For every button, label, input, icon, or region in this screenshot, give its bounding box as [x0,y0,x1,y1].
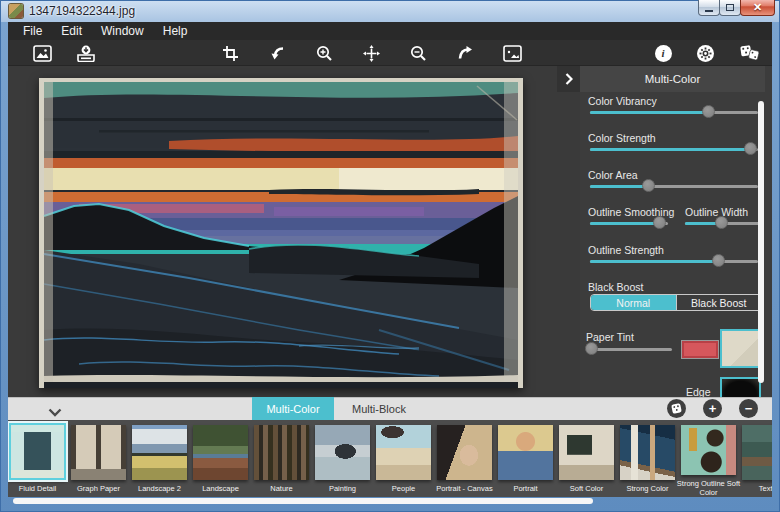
panel-header: Multi-Color [580,66,765,92]
minus-icon: − [745,402,753,415]
menu-edit[interactable]: Edit [61,24,82,38]
color-vibrancy-slider[interactable] [590,105,758,119]
thumbnails-zoom-in-button[interactable]: + [703,399,722,418]
app-window: 1347194322344.jpg ✕ File Edit Window Hel… [0,0,780,512]
pan-button[interactable] [361,43,381,63]
menubar: File Edit Window Help [8,22,772,40]
style-item-fluid-detail[interactable]: Fluid Detail [10,425,65,497]
edited-image[interactable] [39,78,523,388]
menu-file[interactable]: File [23,24,42,38]
style-thumbnail[interactable] [559,425,614,480]
style-item-painting[interactable]: Painting [315,425,370,497]
style-item-nature[interactable]: Nature [254,425,309,497]
color-strength-slider[interactable] [590,142,758,156]
info-button[interactable]: i [653,43,673,63]
paper-tint-color-swatch[interactable] [682,341,718,358]
style-thumbnail[interactable] [498,425,553,480]
die-icon [671,403,682,414]
tab-multi-color[interactable]: Multi-Color [252,397,334,420]
redo-button[interactable] [455,43,475,63]
style-thumbnail[interactable] [71,425,126,480]
save-image-button[interactable] [76,43,96,63]
style-thumbnail[interactable] [254,425,309,480]
app-icon [9,4,23,18]
paper-tint-slider[interactable] [590,342,672,356]
close-button[interactable]: ✕ [740,0,775,16]
style-item-portrait-canvas[interactable]: Portrait - Canvas [437,425,492,497]
settings-button[interactable] [695,43,715,63]
slider-thumb[interactable] [642,179,655,192]
collapse-gallery-button[interactable] [48,403,62,421]
gear-icon [697,45,714,62]
style-item-landscape[interactable]: Landscape [193,425,248,497]
undo-button[interactable] [267,43,287,63]
style-thumbnail[interactable] [681,425,736,475]
window-title: 1347194322344.jpg [29,4,135,18]
maximize-icon [726,4,734,11]
panel-title: Multi-Color [645,73,701,85]
style-gallery: Fluid Detail Graph Paper Landscape 2 Lan… [8,420,772,497]
menu-window[interactable]: Window [101,24,144,38]
style-item-strong-outline-soft-color[interactable]: Strong Outline Soft Color [681,425,736,497]
black-boost-option-normal[interactable]: Normal [591,295,676,310]
toolbar: i [8,40,772,66]
color-area-slider[interactable] [590,179,758,193]
style-thumbnail[interactable] [315,425,370,480]
black-boost-toggle: Normal Black Boost [590,294,762,311]
tab-multi-block[interactable]: Multi-Block [336,397,422,420]
black-boost-label: Black Boost [588,281,643,293]
minimize-icon [705,10,713,12]
style-item-textile[interactable]: Textile [742,425,772,497]
show-original-button[interactable] [502,43,522,63]
outline-strength-slider[interactable] [590,254,758,268]
slider-thumb[interactable] [653,216,666,229]
random-style-button[interactable] [667,399,686,418]
open-image-button[interactable] [32,43,52,63]
titlebar[interactable]: 1347194322344.jpg ✕ [0,0,780,22]
slider-thumb[interactable] [585,342,598,355]
style-item-landscape-2[interactable]: Landscape 2 [132,425,187,497]
paper-texture-thumbnail[interactable] [720,329,761,368]
menu-help[interactable]: Help [163,24,188,38]
style-item-soft-color[interactable]: Soft Color [559,425,614,497]
style-thumbnail[interactable] [437,425,492,480]
style-item-graph-paper[interactable]: Graph Paper [71,425,126,497]
style-thumbnail[interactable] [9,423,66,480]
style-thumbnail[interactable] [742,425,772,480]
chevron-right-icon [565,73,573,85]
dice-icon [740,44,760,62]
style-item-people[interactable]: People [376,425,431,497]
outline-width-slider[interactable] [685,216,761,230]
info-icon: i [655,45,672,62]
crop-button[interactable] [220,43,240,63]
minimize-button[interactable] [698,0,720,16]
zoom-in-button[interactable] [314,43,334,63]
randomize-button[interactable] [740,43,760,63]
gallery-scrollbar[interactable] [13,498,593,504]
panel-collapse-button[interactable] [557,66,580,92]
outline-smoothing-slider[interactable] [590,216,668,230]
plus-icon: + [709,402,717,415]
style-thumbnail[interactable] [620,425,675,480]
slider-thumb[interactable] [702,105,715,118]
black-boost-option-black-boost[interactable]: Black Boost [676,295,762,310]
slider-thumb[interactable] [715,216,728,229]
style-thumbnail[interactable] [193,425,248,480]
maximize-button[interactable] [719,0,741,16]
style-item-strong-color[interactable]: Strong Color [620,425,675,497]
close-icon: ✕ [753,2,762,13]
thumbnails-zoom-out-button[interactable]: − [739,399,758,418]
style-thumbnail[interactable] [132,425,187,480]
slider-thumb[interactable] [744,142,757,155]
panel-scrollbar[interactable] [758,101,764,383]
slider-thumb[interactable] [712,254,725,267]
style-thumbnail[interactable] [376,425,431,480]
chevron-down-icon [48,408,62,417]
style-item-portrait[interactable]: Portrait [498,425,553,497]
zoom-out-button[interactable] [408,43,428,63]
